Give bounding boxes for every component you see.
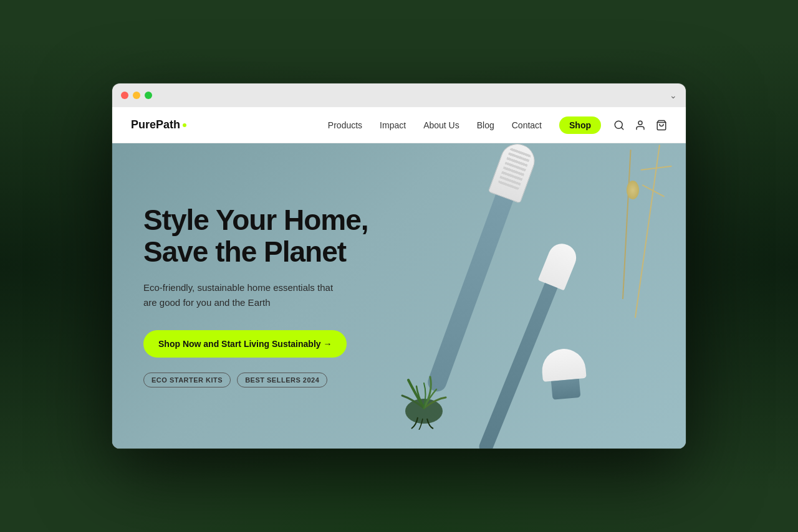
hero-title-line1: Style Your Home, <box>143 204 368 236</box>
nav-links: Products Impact About Us Blog Contact Sh… <box>328 120 601 131</box>
nav-link-contact[interactable]: Contact <box>512 120 542 130</box>
fullscreen-dot[interactable] <box>145 92 152 99</box>
hero-section: Style Your Home, Save the Planet Eco-fri… <box>112 143 686 449</box>
search-icon[interactable] <box>613 120 625 131</box>
dried-plant-stem <box>635 145 660 318</box>
loose-head-base <box>550 379 580 400</box>
nav-link-products[interactable]: Products <box>328 120 362 130</box>
website-content: PurePath Products Impact About Us Blog C… <box>112 107 686 449</box>
loose-brush-head <box>541 347 589 401</box>
dried-plant-stem-2 <box>622 150 632 299</box>
nav-item-blog[interactable]: Blog <box>477 120 494 131</box>
tag-buttons: ECO STARTER KITS BEST SELLERS 2024 <box>143 373 368 387</box>
navbar: PurePath Products Impact About Us Blog C… <box>112 107 686 143</box>
air-plant <box>393 368 468 436</box>
logo[interactable]: PurePath <box>131 118 186 131</box>
eco-starter-kits-tag[interactable]: ECO STARTER KITS <box>143 373 231 387</box>
nav-item-impact[interactable]: Impact <box>380 120 406 131</box>
nav-link-blog[interactable]: Blog <box>477 120 494 130</box>
product-area <box>362 143 686 449</box>
nav-link-about[interactable]: About Us <box>423 120 459 130</box>
nav-icons <box>613 120 667 131</box>
cta-button[interactable]: Shop Now and Start Living Sustainably → <box>143 330 347 358</box>
nav-item-products[interactable]: Products <box>328 120 362 131</box>
air-plant-svg <box>393 368 455 430</box>
hero-title: Style Your Home, Save the Planet <box>143 204 368 267</box>
nav-item-contact[interactable]: Contact <box>512 120 542 131</box>
cta-label: Shop Now and Start Living Sustainably → <box>158 339 332 349</box>
svg-point-2 <box>638 121 642 125</box>
logo-dot <box>183 123 186 127</box>
browser-chrome: ⌄ <box>112 83 686 107</box>
loose-head-bristles <box>541 347 587 382</box>
nav-link-impact[interactable]: Impact <box>380 120 406 130</box>
seed-cluster <box>627 181 639 199</box>
logo-text: PurePath <box>131 118 180 131</box>
best-sellers-tag[interactable]: BEST SELLERS 2024 <box>237 373 327 387</box>
browser-window: ⌄ PurePath Products Impact About Us Blog <box>112 83 686 449</box>
user-icon[interactable] <box>635 120 646 131</box>
nav-shop-button[interactable]: Shop <box>559 116 601 134</box>
hero-content: Style Your Home, Save the Planet Eco-fri… <box>112 167 400 424</box>
chevron-icon: ⌄ <box>670 90 677 100</box>
nav-item-shop[interactable]: Shop <box>559 120 601 131</box>
tb1-handle <box>425 194 513 394</box>
svg-line-1 <box>621 127 623 129</box>
hero-title-line2: Save the Planet <box>143 235 346 268</box>
cart-icon[interactable] <box>656 120 667 131</box>
nav-item-about[interactable]: About Us <box>423 120 459 131</box>
hero-subtitle: Eco-friendly, sustainable home essential… <box>143 280 343 310</box>
svg-point-4 <box>405 399 443 424</box>
minimize-dot[interactable] <box>133 92 140 99</box>
close-dot[interactable] <box>121 92 128 99</box>
